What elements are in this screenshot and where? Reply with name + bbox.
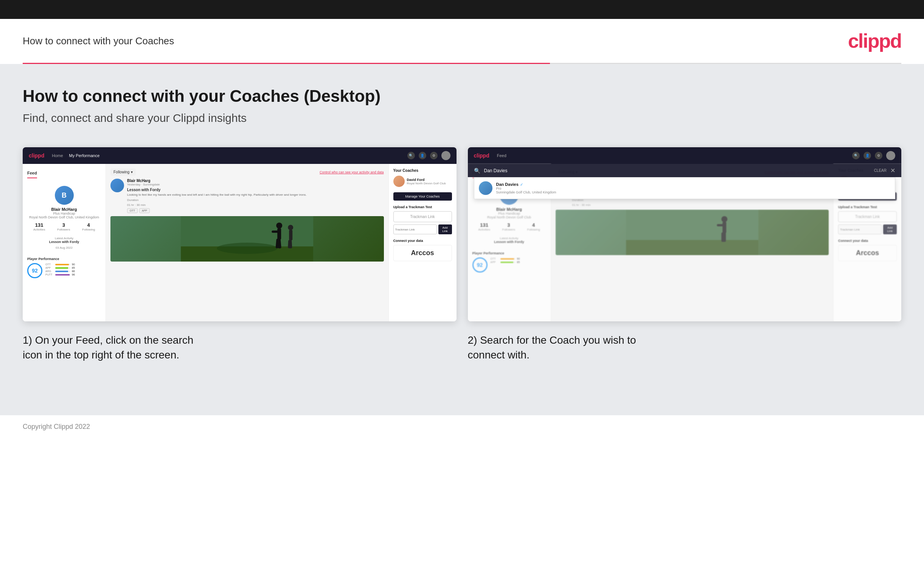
avatar[interactable]: [442, 151, 450, 160]
screenshot1-container: clippd Home My Performance 🔍 👤 ⚙: [23, 147, 456, 366]
profile-section: B Blair McHarg Plus Handicap Royal North…: [27, 182, 101, 253]
screenshots-row: clippd Home My Performance 🔍 👤 ⚙: [23, 147, 901, 366]
control-link[interactable]: Control who can see your activity and da…: [320, 170, 384, 174]
screenshot1: clippd Home My Performance 🔍 👤 ⚙: [23, 147, 456, 321]
latest-activity-date: 03 Aug 2022: [27, 246, 101, 250]
feed-tab[interactable]: Feed: [27, 169, 37, 178]
svg-point-14: [721, 216, 727, 222]
main-subtitle: Find, connect and share your Clippd insi…: [23, 112, 901, 125]
screenshot2-container: clippd Feed 🔍 👤 ⚙: [468, 147, 902, 366]
page-title: How to connect with your Coaches: [23, 35, 174, 47]
nav-icons-1: 🔍 👤 ⚙: [407, 151, 450, 160]
nav-feed[interactable]: Feed: [497, 153, 507, 158]
svg-point-8: [288, 225, 293, 230]
post-image: [110, 216, 384, 261]
search-icon-2[interactable]: 🔍: [852, 152, 860, 159]
nav-my-performance[interactable]: My Performance: [69, 153, 100, 158]
bar-app: APP 85: [45, 266, 101, 269]
close-button[interactable]: ✕: [890, 167, 895, 174]
result-avatar: [479, 181, 492, 195]
app-logo-1: clippd: [29, 153, 44, 159]
manage-coaches-btn-1[interactable]: Manage Your Coaches: [393, 192, 452, 201]
search-icon[interactable]: 🔍: [407, 152, 415, 159]
result-name: Dan Davies: [496, 182, 519, 187]
post-text: Looking to feel like my hands are exitin…: [127, 193, 384, 197]
trackman-title-1: Upload a Trackman Test: [393, 205, 452, 209]
user-icon[interactable]: 👤: [419, 152, 426, 159]
app-right-1: Your Coaches David Ford Royal North Devo…: [388, 164, 456, 321]
app-sidebar-1: Feed B Blair McHarg Plus Handicap Royal …: [23, 164, 106, 321]
footer: Copyright Clippd 2022: [0, 415, 924, 438]
add-link-btn[interactable]: Add Link: [439, 224, 452, 234]
svg-rect-18: [721, 232, 724, 242]
app-navbar-1: clippd Home My Performance 🔍 👤 ⚙: [23, 147, 456, 164]
app-btn[interactable]: APP: [139, 208, 150, 213]
following-button[interactable]: Following ▾: [110, 169, 136, 175]
coach-avatar-1: [393, 175, 405, 187]
latest-activity-label: Latest Activity: [27, 237, 101, 240]
app-content-1: Feed B Blair McHarg Plus Handicap Royal …: [23, 164, 456, 321]
trackman-input[interactable]: [393, 224, 437, 234]
following-label: Following: [113, 170, 129, 174]
clear-button[interactable]: CLEAR: [874, 169, 887, 173]
search-result-item[interactable]: Dan Davies ✓ Pro Sunningdale Golf Club, …: [474, 177, 895, 199]
post-card: Blair McHarg Yesterday · Sunningdale Les…: [110, 179, 384, 213]
post-image-2: [556, 210, 829, 255]
post-content: Blair McHarg Yesterday · Sunningdale Les…: [127, 179, 384, 213]
profile-name: Blair McHarg: [27, 207, 101, 212]
copyright: Copyright Clippd 2022: [23, 423, 90, 430]
svg-rect-16: [717, 224, 723, 226]
mock-app-1: clippd Home My Performance 🔍 👤 ⚙: [23, 147, 456, 321]
settings-icon[interactable]: ⚙: [430, 152, 438, 159]
search-overlay: 🔍 CLEAR ✕ Dan Davies ✓: [468, 164, 902, 199]
stat-activities: 131 Activities: [33, 222, 45, 231]
main-title: How to connect with your Coaches (Deskto…: [23, 87, 901, 106]
search-bar: 🔍 CLEAR ✕: [468, 164, 902, 177]
main-content: How to connect with your Coaches (Deskto…: [0, 64, 924, 415]
avatar-2[interactable]: [886, 151, 895, 160]
player-performance: Player Performance 92 OTT 90: [27, 257, 101, 278]
coach-item-1: David Ford Royal North Devon Golf Club: [393, 175, 452, 187]
coaches-title-1: Your Coaches: [393, 169, 452, 173]
app-navbar-2: clippd Feed 🔍 👤 ⚙: [468, 147, 902, 164]
post-meta: Yesterday · Sunningdale: [127, 183, 384, 186]
post-duration: Duration: [127, 198, 384, 202]
result-info: Dan Davies ✓ Pro Sunningdale Golf Club, …: [496, 182, 557, 194]
mock-app-2: clippd Feed 🔍 👤 ⚙: [468, 147, 902, 321]
profile-avatar: B: [55, 186, 74, 205]
post-avatar: [110, 179, 124, 192]
bar-putt: PUTT 96: [45, 273, 101, 276]
nav-links-1: Home My Performance: [52, 153, 400, 158]
coach-name-1: David Ford: [407, 178, 446, 182]
post-buttons: OTT APP: [127, 208, 384, 213]
off-btn[interactable]: OTT: [127, 208, 138, 213]
nav-home[interactable]: Home: [52, 153, 63, 158]
profile-handicap: Plus Handicap: [27, 212, 101, 215]
app-main-1: Following ▾ Control who can see your act…: [106, 164, 388, 321]
header: How to connect with your Coaches clippd: [0, 19, 924, 63]
stat-following: 4 Following: [82, 222, 95, 231]
svg-rect-9: [289, 230, 292, 240]
logo: clippd: [848, 29, 901, 52]
search-input[interactable]: [484, 168, 870, 174]
perf-title: Player Performance: [27, 257, 101, 261]
step2-label: 2) Search for the Coach you wish toconne…: [468, 321, 902, 366]
svg-point-2: [217, 243, 277, 254]
top-bar: [0, 0, 924, 19]
result-role: Pro: [496, 187, 557, 190]
svg-rect-15: [722, 222, 726, 233]
score-circle: 92: [27, 263, 42, 278]
post-title: Lesson with Fordy: [127, 188, 384, 192]
coach-info-1: David Ford Royal North Devon Golf Club: [407, 178, 446, 185]
user-icon-2[interactable]: 👤: [864, 152, 871, 159]
latest-activity-title: Lesson with Fordy: [27, 240, 101, 244]
connect-section-1: Connect your data Arccos: [393, 239, 452, 261]
result-club: Sunningdale Golf Club, United Kingdom: [496, 190, 557, 194]
settings-icon-2[interactable]: ⚙: [875, 152, 882, 159]
svg-rect-5: [272, 231, 278, 233]
verified-badge: ✓: [520, 182, 523, 187]
svg-point-3: [276, 222, 282, 229]
post-author: Blair McHarg: [127, 179, 384, 183]
profile-club: Royal North Devon Golf Club, United King…: [27, 215, 101, 219]
trackman-section-1: Upload a Trackman Test Trackman Link Add…: [393, 205, 452, 234]
